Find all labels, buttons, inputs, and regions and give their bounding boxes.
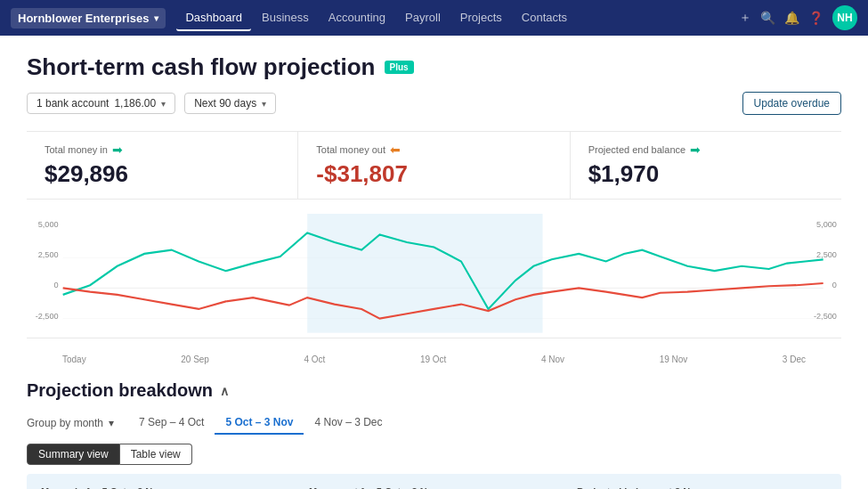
period-filter[interactable]: Next 90 days ▾	[184, 93, 276, 114]
brand-chevron-icon: ▾	[154, 13, 158, 23]
svg-text:2,500: 2,500	[816, 250, 837, 259]
nav-right-icons: ＋ 🔍 🔔 ❓ NH	[739, 5, 857, 30]
table-view-button[interactable]: Table view	[120, 444, 192, 465]
bank-chevron-icon: ▾	[161, 99, 166, 109]
brand-logo[interactable]: Hornblower Enterprises ▾	[11, 8, 166, 29]
breakdown-projected-icon: →	[705, 485, 718, 489]
nav-link-projects[interactable]: Projects	[451, 5, 511, 31]
breakdown-money-out-label: Money out for 5 Oct – 3 Nov →	[309, 485, 559, 489]
tab-5oct-3nov[interactable]: 5 Oct – 3 Nov	[215, 412, 304, 435]
svg-text:2,500: 2,500	[38, 250, 59, 259]
period-chevron-icon: ▾	[262, 99, 266, 109]
projection-breakdown-title: Projection breakdown ∧	[27, 380, 841, 401]
group-by-chevron-icon[interactable]: ▾	[109, 417, 114, 429]
balance-arrow-icon: ➡	[690, 143, 701, 157]
svg-text:0: 0	[53, 281, 58, 289]
x-label-3dec: 3 Dec	[783, 355, 806, 364]
svg-text:-2,500: -2,500	[36, 311, 59, 320]
brand-name: Hornblower Enterprises	[18, 12, 149, 25]
svg-text:0: 0	[832, 281, 837, 289]
top-navigation: Hornblower Enterprises ▾ Dashboard Busin…	[0, 0, 868, 36]
plus-badge: Plus	[385, 61, 414, 74]
x-label-19oct: 19 Oct	[420, 355, 446, 364]
page-header: Short-term cash flow projection Plus	[27, 53, 841, 81]
plus-icon[interactable]: ＋	[739, 10, 751, 26]
period-label: Next 90 days	[194, 97, 256, 110]
user-avatar[interactable]: NH	[832, 5, 857, 30]
balance-card: Projected end balance ➡ $1,970	[571, 132, 841, 199]
x-label-today: Today	[62, 355, 86, 364]
svg-rect-11	[307, 214, 542, 333]
tabs-row: Group by month ▾ 7 Sep – 4 Oct 5 Oct – 3…	[27, 412, 841, 435]
chart-x-labels: Today 20 Sep 4 Oct 19 Oct 4 Nov 19 Nov 3…	[27, 351, 841, 368]
bank-account-filter[interactable]: 1 bank account 1,186.00 ▾	[27, 93, 175, 114]
breakdown-money-out-card: Money out for 5 Oct – 3 Nov → -$10,807.0…	[309, 485, 559, 489]
nav-link-business[interactable]: Business	[253, 5, 318, 31]
money-out-value: -$31,807	[316, 160, 551, 188]
breakdown-projected-card: Projected balance at 3 Nov → $4,378.00	[577, 485, 827, 489]
section-title-text: Projection breakdown	[27, 380, 213, 401]
svg-text:-2,500: -2,500	[814, 311, 837, 320]
update-overdue-button[interactable]: Update overdue	[742, 92, 841, 115]
money-out-arrow-icon: ⬅	[390, 143, 401, 157]
money-in-arrow-icon: ➡	[112, 143, 123, 157]
nav-link-payroll[interactable]: Payroll	[396, 5, 450, 31]
summary-view-button[interactable]: Summary view	[27, 444, 120, 465]
group-by-selector: Group by month ▾	[27, 417, 114, 429]
breakdown-projected-label: Projected balance at 3 Nov →	[577, 485, 827, 489]
period-tabs: 7 Sep – 4 Oct 5 Oct – 3 Nov 4 Nov – 3 De…	[128, 412, 393, 435]
svg-text:5,000: 5,000	[816, 220, 837, 229]
bank-amount-value: 1,186.00	[114, 97, 156, 110]
x-label-19nov: 19 Nov	[660, 355, 688, 364]
nav-link-accounting[interactable]: Accounting	[320, 5, 394, 31]
main-content: Short-term cash flow projection Plus 1 b…	[0, 36, 868, 489]
balance-label: Projected end balance ➡	[588, 143, 823, 157]
view-toggle: Summary view Table view	[27, 444, 841, 465]
money-out-label: Total money out ⬅	[316, 143, 551, 157]
bank-account-label: 1 bank account	[37, 97, 109, 110]
breakdown-money-in-card: Money in for 5 Oct – 3 Nov → $10,966.00	[41, 485, 291, 489]
cash-flow-chart: 5,000 2,500 0 -2,500 5,000 2,500 0 -2,50…	[27, 214, 841, 338]
x-label-4oct: 4 Oct	[304, 355, 325, 364]
breakdown-summary-cards: Money in for 5 Oct – 3 Nov → $10,966.00 …	[27, 474, 841, 489]
x-label-20sep: 20 Sep	[181, 355, 209, 364]
search-icon[interactable]: 🔍	[760, 11, 775, 25]
balance-value: $1,970	[588, 160, 823, 188]
x-label-4nov: 4 Nov	[541, 355, 564, 364]
tab-4nov-3dec[interactable]: 4 Nov – 3 Dec	[304, 412, 393, 435]
money-out-card: Total money out ⬅ -$31,807	[298, 132, 570, 199]
summary-cards: Total money in ➡ $29,896 Total money out…	[27, 131, 841, 200]
money-in-label: Total money in ➡	[45, 143, 280, 157]
nav-links: Dashboard Business Accounting Payroll Pr…	[176, 5, 735, 31]
breakdown-money-in-label: Money in for 5 Oct – 3 Nov →	[41, 485, 291, 489]
breakdown-money-out-icon: →	[442, 485, 454, 489]
bell-icon[interactable]: 🔔	[784, 11, 799, 25]
tab-7sep-4oct[interactable]: 7 Sep – 4 Oct	[128, 412, 215, 435]
help-icon[interactable]: ❓	[808, 11, 823, 25]
page-title: Short-term cash flow projection	[27, 53, 376, 81]
chart-svg: 5,000 2,500 0 -2,500 5,000 2,500 0 -2,50…	[27, 214, 841, 338]
chevron-up-icon[interactable]: ∧	[220, 384, 229, 398]
nav-link-contacts[interactable]: Contacts	[513, 5, 576, 31]
filters-row: 1 bank account 1,186.00 ▾ Next 90 days ▾…	[27, 92, 841, 115]
money-in-value: $29,896	[45, 160, 280, 188]
money-in-card: Total money in ➡ $29,896	[27, 132, 298, 199]
svg-text:5,000: 5,000	[38, 220, 59, 229]
nav-link-dashboard[interactable]: Dashboard	[176, 5, 251, 31]
group-by-label: Group by month	[27, 417, 103, 429]
breakdown-money-in-icon: →	[167, 485, 180, 489]
